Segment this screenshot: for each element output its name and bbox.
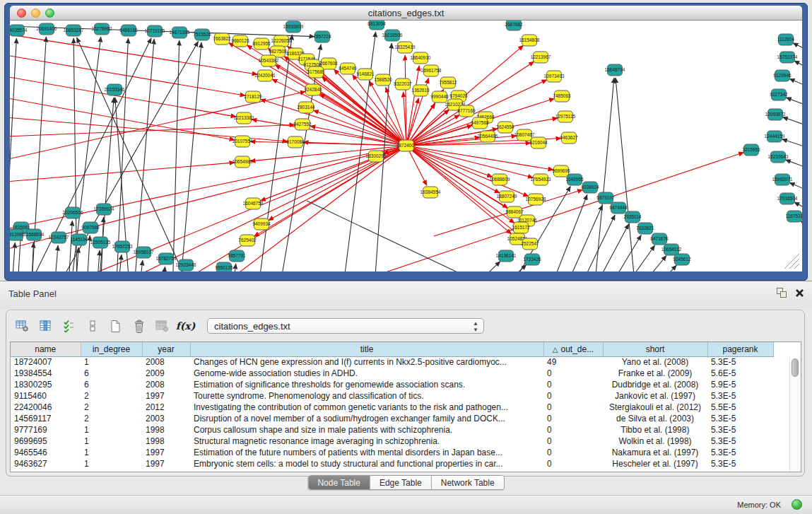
graph-node[interactable]: 11568694: [24, 229, 45, 240]
graph-edge[interactable]: [17, 235, 20, 271]
table-row[interactable]: 946554611997Estimation of the future num…: [11, 447, 773, 458]
graph-node[interactable]: 8471676: [650, 233, 669, 245]
column-header-short[interactable]: short: [603, 342, 707, 356]
graph-node[interactable]: 2718129: [244, 91, 262, 103]
graph-node[interactable]: 7625402: [238, 235, 257, 246]
graph-node[interactable]: 15751074: [777, 52, 798, 63]
table-options-button[interactable]: [13, 317, 31, 335]
graph-node[interactable]: 16782759: [156, 253, 177, 264]
table-row[interactable]: 969969511998Structural magnetic resonanc…: [11, 436, 773, 447]
graph-node[interactable]: 12923448: [176, 259, 196, 271]
graph-node[interactable]: 9409934: [252, 218, 271, 230]
column-header-pagerank[interactable]: pagerank: [707, 342, 773, 356]
graph-edge[interactable]: [161, 267, 165, 271]
graph-edge[interactable]: [561, 205, 603, 271]
graph-edge[interactable]: [10, 91, 305, 162]
graph-node[interactable]: 14136141: [496, 250, 517, 262]
graph-edge[interactable]: [782, 117, 802, 127]
graph-node[interactable]: 7663822: [213, 33, 231, 45]
graph-node[interactable]: 20691406: [37, 23, 57, 35]
graph-edge[interactable]: [462, 262, 500, 271]
graph-edge[interactable]: [139, 260, 143, 271]
graph-node[interactable]: 3624554: [496, 122, 514, 133]
table-scrollbar-thumb[interactable]: [792, 358, 799, 377]
graph-node[interactable]: 9550135: [215, 262, 233, 271]
graph-node[interactable]: 1167531: [786, 211, 802, 222]
graph-edge[interactable]: [406, 146, 500, 193]
graph-node[interactable]: 19218506: [382, 30, 403, 41]
graph-node[interactable]: 12213967: [531, 52, 551, 63]
delete-column-button[interactable]: [130, 317, 148, 335]
graph-node[interactable]: 1362615: [411, 85, 430, 96]
graph-node[interactable]: 16210643: [768, 151, 789, 163]
graph-edge[interactable]: [646, 265, 676, 271]
close-panel-icon[interactable]: [794, 288, 805, 298]
graph-node[interactable]: 10654985: [233, 156, 253, 168]
graph-edge[interactable]: [793, 43, 802, 52]
graph-node[interactable]: 10107554: [233, 136, 253, 147]
graph-node[interactable]: 2803144: [297, 102, 315, 113]
graph-edge[interactable]: [604, 235, 641, 271]
graph-node[interactable]: 1588520: [374, 74, 392, 86]
graph-node[interactable]: 14671385: [170, 27, 190, 38]
graph-node[interactable]: 3175685: [307, 66, 325, 78]
graph-node[interactable]: 16033809: [283, 21, 304, 33]
graph-node[interactable]: 16961758: [421, 65, 442, 76]
network-canvas[interactable]: 2403557420691406108532871527696264661601…: [10, 21, 802, 271]
graph-edge[interactable]: [134, 39, 154, 271]
graph-node[interactable]: 9660123: [231, 35, 249, 47]
graph-node[interactable]: 9463627: [560, 132, 578, 144]
graph-node[interactable]: 17654923: [531, 174, 551, 185]
table-row[interactable]: 977716911998Corpus callosum shape and si…: [11, 424, 773, 436]
graph-node[interactable]: 8427552: [293, 119, 312, 130]
window-titlebar[interactable]: citations_edges.txt: [10, 6, 802, 21]
graph-node[interactable]: 8322037: [394, 78, 412, 90]
graph-node[interactable]: 22420046: [255, 70, 276, 81]
graph-node[interactable]: 10543382: [259, 55, 279, 66]
graph-node[interactable]: 10719185: [145, 25, 165, 37]
graph-node[interactable]: 1112804: [777, 34, 795, 45]
graph-node[interactable]: 18325419: [395, 42, 416, 53]
table-row[interactable]: 1872400712008Changes of HCN gene express…: [11, 356, 773, 368]
graph-edge[interactable]: [406, 66, 419, 146]
graph-edge[interactable]: [789, 182, 802, 192]
graph-node[interactable]: 12505135: [90, 237, 111, 248]
graph-node[interactable]: 16648794: [605, 64, 625, 76]
graph-node[interactable]: 18724007: [396, 140, 417, 151]
graph-node[interactable]: 12093872: [765, 109, 786, 120]
graph-node[interactable]: 15992071: [772, 174, 793, 185]
graph-node[interactable]: 9857791: [228, 250, 246, 262]
graph-edge[interactable]: [96, 250, 100, 271]
tab-network-table[interactable]: Network Table: [431, 476, 504, 489]
graph-node[interactable]: 8454749: [339, 63, 357, 74]
graph-node[interactable]: 8038924: [581, 182, 599, 193]
function-builder-button[interactable]: f(x): [177, 317, 194, 335]
graph-node[interactable]: 10853287: [64, 25, 84, 36]
graph-node[interactable]: 16958107: [134, 247, 154, 258]
graph-node[interactable]: 17359924: [94, 204, 114, 215]
graph-node[interactable]: 6466160: [119, 25, 138, 36]
graph-node[interactable]: 7955812: [439, 77, 457, 88]
graph-node[interactable]: 20153346: [105, 84, 125, 95]
table-row[interactable]: 911546021997Tourette syndrome. Phenomeno…: [11, 390, 773, 402]
show-columns-button[interactable]: [37, 317, 54, 335]
graph-node[interactable]: 16046758: [243, 198, 264, 209]
graph-node[interactable]: 9227342: [770, 89, 788, 100]
graph-node[interactable]: 17016504: [777, 193, 798, 204]
graph-node[interactable]: 17957253: [112, 241, 133, 252]
graph-edge[interactable]: [406, 146, 553, 170]
graph-node[interactable]: 2935114: [624, 211, 642, 223]
graph-edge[interactable]: [54, 245, 58, 271]
table-row[interactable]: 2242004622012Investigating the contribut…: [11, 402, 773, 413]
graph-node[interactable]: 9777169: [457, 105, 476, 117]
graph-edge[interactable]: [10, 146, 406, 254]
graph-node[interactable]: 9474444: [609, 202, 628, 214]
table-scrollbar[interactable]: [789, 357, 800, 472]
graph-node[interactable]: 18807249: [497, 191, 517, 202]
resize-grip[interactable]: [784, 254, 799, 269]
graph-node[interactable]: 3913985: [10, 229, 25, 240]
graph-node[interactable]: 1145194: [71, 234, 88, 245]
graph-node[interactable]: 12975115: [555, 111, 576, 122]
float-panel-icon[interactable]: [777, 288, 788, 299]
graph-node[interactable]: 9245612: [673, 254, 691, 265]
